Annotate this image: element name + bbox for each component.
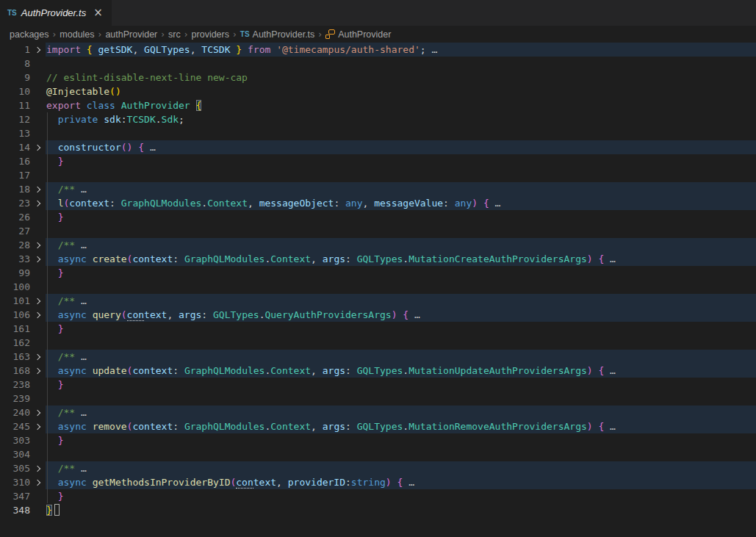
code-line-content[interactable]: [46, 392, 756, 406]
line-number[interactable]: 163: [0, 350, 30, 364]
code-token: MutationRemoveAuthProvidersArgs: [408, 421, 587, 432]
code-line-content[interactable]: async update(context: GraphQLModules.Con…: [46, 364, 756, 378]
line-number[interactable]: 1: [0, 43, 30, 57]
code-line-content[interactable]: async remove(context: GraphQLModules.Con…: [46, 419, 756, 433]
code-line-content[interactable]: /** …: [46, 238, 756, 252]
code-line-content[interactable]: }: [46, 489, 756, 503]
line-number[interactable]: 101: [0, 294, 30, 308]
line-number[interactable]: 310: [0, 475, 30, 489]
close-icon[interactable]: ×: [93, 7, 103, 18]
fold-chevron-icon[interactable]: [30, 140, 46, 154]
code-line-content[interactable]: }: [46, 266, 756, 280]
code-line-content[interactable]: /** …: [46, 182, 756, 196]
breadcrumb: packages›modules›authProvider›src›provid…: [0, 26, 756, 43]
code-token: …: [604, 421, 616, 432]
fold-chevron-icon[interactable]: [30, 308, 46, 322]
line-number[interactable]: 100: [0, 280, 30, 294]
breadcrumb-item-src[interactable]: src: [168, 29, 181, 40]
code-line-content[interactable]: constructor() { …: [46, 140, 756, 154]
line-number[interactable]: 9: [0, 71, 30, 84]
line-number[interactable]: 245: [0, 419, 30, 433]
code-line-content[interactable]: /** …: [46, 294, 756, 308]
code-line-content[interactable]: async create(context: GraphQLModules.Con…: [46, 252, 756, 266]
indent-guide: [47, 196, 48, 210]
line-number[interactable]: 18: [0, 182, 30, 196]
line-number[interactable]: 10: [0, 84, 30, 98]
tab-authprovider[interactable]: TS AuthProvider.ts ×: [0, 0, 112, 26]
line-number[interactable]: 305: [0, 461, 30, 475]
code-line-content[interactable]: }: [46, 154, 756, 168]
code-token: Context: [207, 198, 248, 209]
code-line-content[interactable]: }: [46, 210, 756, 224]
line-number[interactable]: 303: [0, 433, 30, 447]
line-number[interactable]: 238: [0, 378, 30, 392]
line-number[interactable]: 16: [0, 154, 30, 168]
line-number[interactable]: 23: [0, 196, 30, 210]
line-number[interactable]: 26: [0, 210, 30, 224]
line-number[interactable]: 12: [0, 112, 30, 126]
code-line-content[interactable]: /** …: [46, 406, 756, 419]
line-number[interactable]: 14: [0, 140, 30, 154]
code-line-content[interactable]: }: [46, 433, 756, 447]
fold-chevron-icon[interactable]: [30, 475, 46, 489]
breadcrumb-item-providers[interactable]: providers: [192, 29, 229, 40]
line-number[interactable]: 304: [0, 447, 30, 461]
fold-chevron-icon[interactable]: [30, 252, 46, 266]
code-token: '@timecampus/auth-shared': [276, 44, 420, 55]
breadcrumb-item-authprovider[interactable]: AuthProvider: [325, 29, 391, 40]
breadcrumb-item-authprovider-ts[interactable]: TSAuthProvider.ts: [240, 29, 315, 40]
code-line-content[interactable]: l(context: GraphQLModules.Context, messa…: [46, 196, 756, 210]
code-line-content[interactable]: @Injectable(): [46, 84, 756, 98]
breadcrumb-item-authprovider[interactable]: authProvider: [105, 29, 157, 40]
code-line-content[interactable]: [46, 168, 756, 182]
line-number[interactable]: 28: [0, 238, 30, 252]
line-number[interactable]: 348: [0, 503, 30, 517]
code-line-content[interactable]: /** …: [46, 350, 756, 364]
code-line-content[interactable]: }: [46, 322, 756, 336]
line-number[interactable]: 161: [0, 322, 30, 336]
line-number[interactable]: 13: [0, 126, 30, 140]
code-line-content[interactable]: [46, 280, 756, 294]
code-line-content[interactable]: [46, 57, 756, 71]
code-line-content[interactable]: [46, 224, 756, 238]
fold-chevron-icon[interactable]: [30, 196, 46, 210]
fold-chevron-icon[interactable]: [30, 238, 46, 252]
code-line-content[interactable]: // eslint-disable-next-line new-cap: [46, 71, 756, 84]
line-number[interactable]: 11: [0, 98, 30, 112]
line-number[interactable]: 8: [0, 57, 30, 71]
line-number[interactable]: 162: [0, 336, 30, 350]
line-number[interactable]: 33: [0, 252, 30, 266]
breadcrumb-item-modules[interactable]: modules: [60, 29, 94, 40]
line-number[interactable]: 347: [0, 489, 30, 503]
code-token: args: [179, 309, 201, 320]
gutter-space: [30, 210, 46, 224]
fold-chevron-icon[interactable]: [30, 406, 46, 419]
code-line-content[interactable]: /** …: [46, 461, 756, 475]
line-number[interactable]: 240: [0, 406, 30, 419]
code-line-content[interactable]: [46, 126, 756, 140]
fold-chevron-icon[interactable]: [30, 43, 46, 57]
line-number[interactable]: 239: [0, 392, 30, 406]
fold-chevron-icon[interactable]: [30, 350, 46, 364]
code-line-content[interactable]: async getMethodsInProviderByID(context, …: [46, 475, 756, 489]
code-line-content[interactable]: }: [46, 378, 756, 392]
fold-chevron-icon[interactable]: [30, 461, 46, 475]
code-line-content[interactable]: }: [46, 503, 756, 517]
line-number[interactable]: 106: [0, 308, 30, 322]
code-token: ,: [248, 198, 259, 209]
fold-chevron-icon[interactable]: [30, 294, 46, 308]
code-line-content[interactable]: import { getSDK, GQLTypes, TCSDK } from …: [46, 43, 756, 57]
breadcrumb-item-packages[interactable]: packages: [10, 29, 49, 40]
line-number[interactable]: 27: [0, 224, 30, 238]
code-line-content[interactable]: async query(context, args: GQLTypes.Quer…: [46, 308, 756, 322]
code-line-content[interactable]: private sdk:TCSDK.Sdk;: [46, 112, 756, 126]
line-number[interactable]: 99: [0, 266, 30, 280]
code-line-content[interactable]: [46, 336, 756, 350]
fold-chevron-icon[interactable]: [30, 364, 46, 378]
line-number[interactable]: 168: [0, 364, 30, 378]
line-number[interactable]: 17: [0, 168, 30, 182]
code-line-content[interactable]: [46, 447, 756, 461]
code-line-content[interactable]: export class AuthProvider {: [46, 98, 756, 112]
fold-chevron-icon[interactable]: [30, 182, 46, 196]
fold-chevron-icon[interactable]: [30, 419, 46, 433]
